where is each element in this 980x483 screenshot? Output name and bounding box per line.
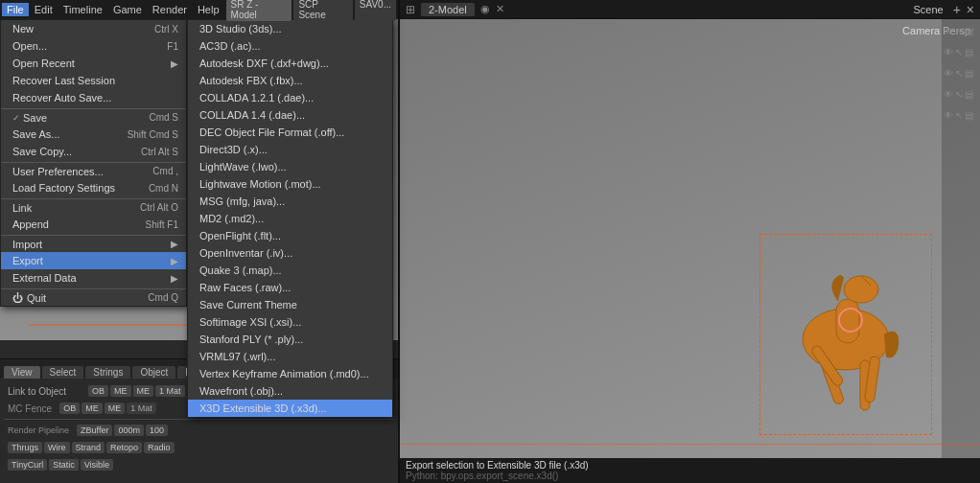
export-x3d[interactable]: X3D Extensible 3D (.x3d)... bbox=[188, 400, 392, 417]
scene-topbar: ⊞ 2-Model ◉ ✕ Scene + × bbox=[400, 0, 980, 19]
right-content: Camera Persp 👁 ↖ ▤ 👁 ↖ ▤ 👁 ↖ ▤ bbox=[400, 19, 980, 483]
export-stanford-ply[interactable]: Stanford PLY (* .ply)... bbox=[188, 331, 392, 348]
cursor-icon-2[interactable]: ↖ bbox=[955, 47, 963, 58]
cursor-icon-4[interactable]: ↖ bbox=[955, 89, 963, 100]
window-tabs: SR Z - Model SCP Scene SAV0... bbox=[226, 0, 396, 21]
tooltip-line1: Export selection to Extensible 3D file (… bbox=[406, 460, 974, 471]
menu-item-save[interactable]: ✓Save Cmd S bbox=[1, 108, 186, 126]
btab-object[interactable]: Object bbox=[132, 366, 175, 379]
window-tab-model[interactable]: SR Z - Model bbox=[226, 0, 292, 21]
cursor-icon-3[interactable]: ↖ bbox=[955, 68, 963, 79]
horse-3d-right bbox=[769, 234, 922, 426]
eye-icon-4[interactable]: 👁 bbox=[944, 89, 953, 100]
left-menubar: File Edit Timeline Game Render Help SR Z… bbox=[0, 0, 398, 19]
scene-label: Scene bbox=[913, 4, 943, 15]
export-collada121[interactable]: COLLADA 1.2.1 (.dae)... bbox=[188, 89, 392, 106]
menu-item-append[interactable]: Append Shift F1 bbox=[1, 216, 186, 233]
grid-icon: ⊞ bbox=[406, 3, 415, 16]
export-vrml97[interactable]: VRML97 (.wrl)... bbox=[188, 348, 392, 365]
export-adsk-dxf[interactable]: Autodesk DXF (.dxf+dwg)... bbox=[188, 55, 392, 72]
export-md2[interactable]: MD2 (.md2)... bbox=[188, 210, 392, 227]
export-direct3d[interactable]: Direct3D (.x)... bbox=[188, 141, 392, 158]
eye-icon-3[interactable]: 👁 bbox=[944, 68, 953, 79]
floor-line bbox=[400, 444, 980, 445]
render-icon-4[interactable]: ▤ bbox=[965, 89, 973, 100]
btab-view[interactable]: View bbox=[4, 366, 40, 379]
cursor-icon-1[interactable]: ↖ bbox=[955, 26, 963, 36]
scene-minus-btn[interactable]: × bbox=[967, 2, 974, 17]
tooltip-container: Export selection to Extensible 3D file (… bbox=[400, 458, 980, 483]
export-msg[interactable]: MSG (mfg, java)... bbox=[188, 193, 392, 210]
export-wavefront[interactable]: Wavefront (.obj)... bbox=[188, 382, 392, 400]
export-submenu: 3D Studio (3ds)... AC3D (.ac)... Autodes… bbox=[187, 19, 393, 418]
render-icon-1[interactable]: ▤ bbox=[965, 26, 973, 36]
left-panel: File Edit Timeline Game Render Help SR Z… bbox=[0, 0, 398, 483]
export-3ds[interactable]: 3D Studio (3ds)... bbox=[188, 20, 392, 37]
menu-item-external-data[interactable]: External Data ▶ bbox=[1, 269, 186, 287]
menu-item-save-as[interactable]: Save As... Shift Cmd S bbox=[1, 126, 186, 143]
render-icon-2[interactable]: ▤ bbox=[965, 47, 973, 58]
menu-game[interactable]: Game bbox=[108, 3, 147, 16]
export-collada14[interactable]: COLLADA 1.4 (.dae)... bbox=[188, 106, 392, 124]
svg-point-11 bbox=[844, 276, 878, 303]
right-panel: ⊞ 2-Model ◉ ✕ Scene + × Camera Persp 👁 ↖… bbox=[400, 0, 980, 483]
prop-row-tinycurl: TinyCurl Static Visible bbox=[4, 456, 394, 473]
render-icon-5[interactable]: ▤ bbox=[965, 110, 973, 121]
export-openinventar[interactable]: OpenInventar (.iv)... bbox=[188, 244, 392, 262]
export-dec-off[interactable]: DEC Object File Format (.off)... bbox=[188, 124, 392, 141]
menu-item-recover-last[interactable]: Export selection to Extensible 3D file (… bbox=[1, 72, 186, 89]
prop-row-skin: Thrugs Wire Strand Retopo Radio bbox=[4, 439, 394, 456]
export-ac3d[interactable]: AC3D (.ac)... bbox=[188, 37, 392, 55]
scene-list-row-2: 👁 ↖ ▤ bbox=[944, 42, 978, 61]
file-dropdown-menu: New Ctrl X Open... F1 Open Recent ▶ Expo… bbox=[0, 19, 187, 307]
btab-strings[interactable]: Strings bbox=[85, 366, 130, 379]
right-3d-viewport: Camera Persp 👁 ↖ ▤ 👁 ↖ ▤ 👁 ↖ ▤ bbox=[400, 19, 980, 483]
menu-edit[interactable]: Edit bbox=[30, 3, 58, 16]
menu-render[interactable]: Render bbox=[148, 3, 192, 16]
eye-icon-2[interactable]: 👁 bbox=[944, 47, 953, 58]
scene-list-row-5: 👁 ↖ ▤ bbox=[944, 105, 978, 125]
menu-item-open-recent[interactable]: Open Recent ▶ bbox=[1, 55, 186, 72]
scene-list-row-1: 👁 ↖ ▤ bbox=[944, 21, 978, 40]
window-tab-save[interactable]: SAV0... bbox=[355, 0, 396, 21]
scene-name[interactable]: 2-Model bbox=[421, 3, 475, 16]
eye-icon-5[interactable]: 👁 bbox=[944, 110, 953, 121]
menu-item-quit[interactable]: ⏻Quit Cmd Q bbox=[1, 288, 186, 306]
menu-item-recover-auto[interactable]: Recover Auto Save... bbox=[1, 89, 186, 106]
btab-select[interactable]: Select bbox=[42, 366, 84, 379]
menu-item-export[interactable]: Export ▶ bbox=[1, 252, 186, 269]
tooltip-line2: Python: bpy.ops.export_scene.x3d() bbox=[406, 471, 974, 481]
menu-item-save-copy[interactable]: Save Copy... Ctrl Alt S bbox=[1, 143, 186, 160]
scene-plus-btn[interactable]: + bbox=[953, 2, 961, 17]
scene-icon-2: ✕ bbox=[496, 3, 504, 15]
export-save-theme[interactable]: Save Current Theme bbox=[188, 296, 392, 313]
scene-icon-1: ◉ bbox=[480, 3, 490, 15]
export-quake3[interactable]: Quake 3 (.map)... bbox=[188, 262, 392, 279]
menu-item-new[interactable]: New Ctrl X bbox=[1, 20, 186, 37]
menu-item-open[interactable]: Open... F1 bbox=[1, 37, 186, 55]
divider-1 bbox=[4, 419, 394, 420]
menu-file[interactable]: File bbox=[2, 3, 29, 16]
eye-icon-1[interactable]: 👁 bbox=[944, 26, 953, 36]
menu-help[interactable]: Help bbox=[193, 3, 224, 16]
export-fbx[interactable]: Autodesk FBX (.fbx)... bbox=[188, 72, 392, 89]
render-icon-3[interactable]: ▤ bbox=[965, 68, 973, 79]
export-raw-faces[interactable]: Raw Faces (.raw)... bbox=[188, 279, 392, 296]
menu-item-link[interactable]: Link Ctrl Alt O bbox=[1, 198, 186, 216]
prop-row-render: Render Pipeline ZBuffer 000m 100 bbox=[4, 422, 394, 439]
scene-list-row-4: 👁 ↖ ▤ bbox=[944, 84, 978, 104]
menu-item-user-prefs[interactable]: User Preferences... Cmd , bbox=[1, 162, 186, 179]
export-lw-motion[interactable]: Lightwave Motion (.mot)... bbox=[188, 175, 392, 193]
cursor-icon-5[interactable]: ↖ bbox=[955, 110, 963, 121]
export-lightwave[interactable]: LightWave (.lwo)... bbox=[188, 158, 392, 175]
menu-item-import[interactable]: Import ▶ bbox=[1, 235, 186, 252]
menu-timeline[interactable]: Timeline bbox=[58, 3, 107, 16]
export-softimage[interactable]: Softimage XSI (.xsi)... bbox=[188, 313, 392, 331]
scene-visibility-list: 👁 ↖ ▤ 👁 ↖ ▤ 👁 ↖ ▤ 👁 ↖ ▤ bbox=[942, 19, 980, 483]
export-vertex-keyframe[interactable]: Vertex Keyframe Animation (.md0)... bbox=[188, 365, 392, 382]
scene-list-row-3: 👁 ↖ ▤ bbox=[944, 63, 978, 82]
window-tab-scene[interactable]: SCP Scene bbox=[293, 0, 352, 21]
menu-item-load-factory[interactable]: Load Factory Settings Cmd N bbox=[1, 179, 186, 196]
export-openflight[interactable]: OpenFlight (.flt)... bbox=[188, 227, 392, 244]
